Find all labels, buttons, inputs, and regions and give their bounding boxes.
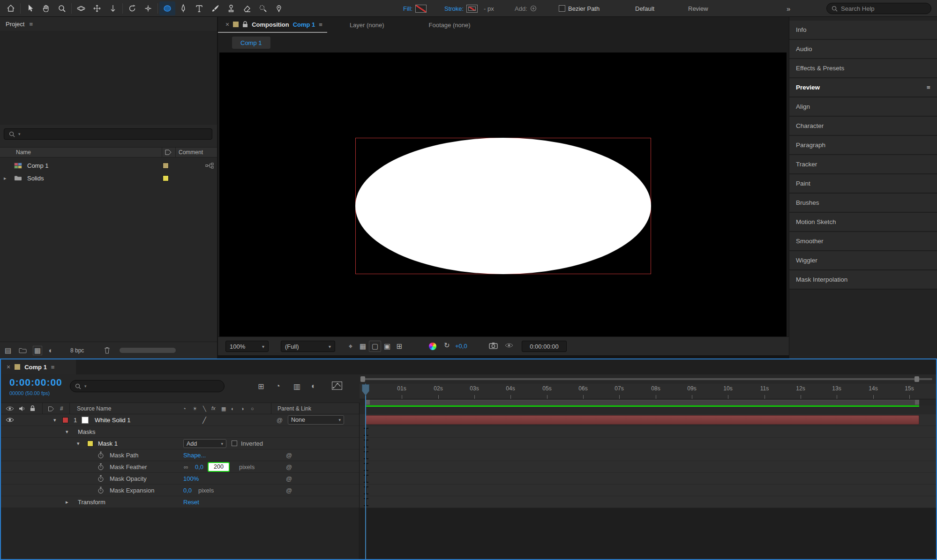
folder-expander-icon[interactable]: ▸: [4, 175, 7, 181]
collapse-switch-icon[interactable]: ☀: [193, 406, 197, 412]
mask-expansion-value[interactable]: 0,0: [183, 485, 192, 496]
project-columns-header[interactable]: Name Comment: [0, 147, 217, 157]
workspace-overflow-chevron[interactable]: »: [787, 0, 790, 17]
rotate-tool-button[interactable]: [124, 1, 140, 15]
solids-label-chip[interactable]: [163, 175, 169, 181]
transparency-grid-icon[interactable]: ▦: [357, 341, 369, 352]
time-navigator-track[interactable]: [361, 378, 932, 380]
transform-group-label[interactable]: Transform: [78, 496, 105, 508]
mask-path-value[interactable]: Shape...: [183, 449, 206, 461]
property-label[interactable]: Mask Expansion: [110, 485, 154, 496]
project-item-solids[interactable]: ▸ Solids: [0, 172, 217, 184]
panel-tab-tracker[interactable]: Tracker: [789, 155, 937, 174]
magnification-dropdown[interactable]: 100% ▾: [225, 341, 269, 352]
layer-row-white-solid-1[interactable]: ▾ 1 White Solid 1 ╱ @ None ▾: [1, 414, 936, 426]
mask-name[interactable]: Mask 1: [98, 438, 118, 449]
mask-feather-x-value[interactable]: 0,0: [195, 461, 203, 472]
bezier-path-control[interactable]: Bezier Path: [559, 0, 600, 17]
panel-tab-smoother[interactable]: Smoother: [789, 232, 937, 251]
interpret-footage-icon[interactable]: ▤: [5, 346, 11, 355]
fx-switch-icon[interactable]: fx: [211, 405, 216, 411]
ellipse-tool-button[interactable]: [159, 1, 175, 15]
parent-link-column-header[interactable]: Parent & Link: [277, 405, 311, 412]
layer-duration-bar[interactable]: [366, 415, 919, 425]
adjustment-layer-switch-icon[interactable]: ◑: [241, 406, 244, 411]
panel-tab-preview[interactable]: Preview≡: [789, 78, 937, 97]
resolution-dropdown[interactable]: (Full) ▾: [281, 341, 335, 352]
motion-blur-switch-icon[interactable]: ◐: [231, 406, 234, 411]
panel-tab-brushes[interactable]: Brushes: [789, 194, 937, 213]
ellipse-mask-shape[interactable]: [355, 138, 651, 274]
hand-tool-button[interactable]: [38, 1, 54, 15]
composition-viewport[interactable]: [219, 52, 787, 336]
lock-column-icon[interactable]: [30, 405, 35, 411]
preview-time-display[interactable]: 0:00:00:00: [522, 341, 567, 352]
stopwatch-icon[interactable]: [97, 485, 104, 496]
fill-control[interactable]: Fill:: [403, 0, 427, 17]
group-twirl-icon[interactable]: ▸: [66, 496, 68, 508]
roto-brush-tool-button[interactable]: [255, 1, 271, 15]
timeline-search-input[interactable]: ▾: [70, 380, 225, 392]
group-twirl-icon[interactable]: ▾: [66, 426, 68, 437]
mask-inverted-label[interactable]: Inverted: [241, 438, 263, 449]
column-divider[interactable]: [162, 148, 162, 157]
project-item-name[interactable]: Solids: [27, 175, 44, 182]
bezier-path-checkbox[interactable]: [559, 5, 565, 12]
parent-pickwhip-icon[interactable]: @: [277, 414, 283, 426]
type-tool-button[interactable]: [191, 1, 207, 15]
snapshot-camera-icon[interactable]: [489, 342, 498, 349]
mask-opacity-row[interactable]: Mask Opacity 100% @: [1, 473, 936, 485]
comp-selector-tab[interactable]: Comp 1: [232, 37, 270, 49]
add-circle-icon[interactable]: [530, 5, 537, 12]
label-column-icon[interactable]: [165, 149, 172, 155]
layer-twirl-icon[interactable]: ▾: [53, 414, 56, 426]
quality-switch-icon[interactable]: ╲: [203, 406, 206, 412]
work-area-end-handle[interactable]: [915, 400, 919, 405]
exposure-value[interactable]: +0,0: [455, 343, 467, 350]
navigator-end-handle[interactable]: [915, 376, 919, 382]
transform-group-row[interactable]: ▸ Transform Reset: [1, 496, 936, 508]
reset-exposure-icon[interactable]: ↻: [444, 341, 450, 350]
panel-tab-paragraph[interactable]: Paragraph: [789, 136, 937, 155]
panel-menu-icon[interactable]: ≡: [51, 364, 55, 371]
grid-icon[interactable]: ⊞: [393, 341, 405, 352]
panel-tab-align[interactable]: Align: [789, 97, 937, 117]
panel-tab-wiggler[interactable]: Wiggler: [789, 251, 937, 270]
layer-name[interactable]: White Solid 1: [95, 414, 131, 426]
mask-feather-y-input[interactable]: 200: [208, 461, 230, 472]
guides-icon[interactable]: ▣: [381, 341, 393, 352]
mask-visibility-icon[interactable]: ▢: [369, 341, 381, 352]
frame-info[interactable]: 00000 (50.00 fps): [9, 390, 50, 396]
column-divider[interactable]: [175, 148, 176, 157]
zoom-tool-button[interactable]: [54, 1, 70, 15]
property-label[interactable]: Mask Opacity: [110, 473, 147, 484]
panel-tab-motion-sketch[interactable]: Motion Sketch: [789, 213, 937, 232]
layer-number-column-header[interactable]: #: [60, 405, 63, 412]
mask-mode-dropdown[interactable]: Add ▾: [183, 439, 226, 448]
work-area-bar[interactable]: [366, 400, 919, 405]
lock-icon[interactable]: [242, 21, 248, 28]
fill-swatch[interactable]: [415, 5, 427, 13]
mask-expansion-row[interactable]: Mask Expansion 0,0 pixels @: [1, 485, 936, 496]
frame-blend-switch-icon[interactable]: ▦: [221, 406, 226, 412]
audio-column-icon[interactable]: [19, 406, 25, 411]
stroke-swatch[interactable]: [466, 5, 478, 13]
comment-column-header[interactable]: Comment: [179, 149, 203, 156]
panel-tab-effects-presets[interactable]: Effects & Presets: [789, 59, 937, 78]
color-management-icon[interactable]: [429, 343, 436, 350]
stroke-width-value[interactable]: - px: [484, 0, 494, 17]
region-of-interest-icon[interactable]: ⌖: [345, 341, 357, 352]
panel-tab-paint[interactable]: Paint: [789, 174, 937, 194]
home-tool-button[interactable]: [3, 1, 19, 15]
panel-tab-info[interactable]: Info: [789, 21, 937, 40]
close-tab-icon[interactable]: ×: [225, 21, 229, 28]
mask1-row[interactable]: ▾ Mask 1 Add ▾ Inverted: [1, 438, 936, 449]
shy-layers-icon[interactable]: ◔: [276, 382, 280, 390]
mask-feather-row[interactable]: Mask Feather ∞ 0,0 200 pixels @: [1, 461, 936, 473]
stopwatch-icon[interactable]: [97, 461, 104, 472]
brush-tool-button[interactable]: [207, 1, 223, 15]
dolly-camera-tool-button[interactable]: [105, 1, 121, 15]
project-panel-header[interactable]: Project ≡: [0, 17, 217, 31]
project-search-input[interactable]: ▾: [4, 128, 212, 140]
search-dropdown-caret-icon[interactable]: ▾: [84, 384, 87, 388]
